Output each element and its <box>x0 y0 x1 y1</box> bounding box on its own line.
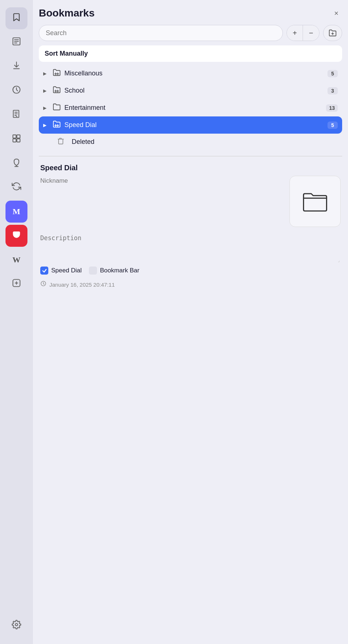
item-name-deleted: Deleted <box>72 138 338 146</box>
capture-icon <box>12 157 21 169</box>
svg-rect-9 <box>17 135 20 138</box>
header: Bookmarks × <box>39 7 342 19</box>
chevron-right-icon: ▶ <box>43 123 49 128</box>
folder-grid-icon <box>53 68 61 78</box>
toolbar: + − <box>39 25 342 41</box>
sidebar-item-history[interactable] <box>5 80 27 102</box>
description-field[interactable] <box>40 233 341 262</box>
sidebar-item-sync[interactable] <box>5 176 27 198</box>
bookmark-item-entertainment[interactable]: ▶ Entertainment 13 <box>39 99 342 116</box>
resize-handle: ⌟ <box>338 258 340 263</box>
detail-fields <box>40 176 284 186</box>
nickname-field[interactable] <box>40 176 284 186</box>
settings-button[interactable] <box>5 615 27 637</box>
svg-rect-10 <box>13 139 16 142</box>
sidebar-item-download[interactable] <box>5 56 27 78</box>
clock-icon <box>40 280 46 289</box>
wikipedia-icon: W <box>12 255 20 265</box>
trash-icon <box>57 137 64 146</box>
folder-grid-icon <box>53 86 61 96</box>
item-name-entertainment: Entertainment <box>64 104 322 112</box>
bookmark-bar-checkbox[interactable] <box>89 267 97 275</box>
settings-icon <box>12 620 21 632</box>
divider <box>39 156 342 156</box>
bookmark-item-speed-dial[interactable]: ▶ Speed Dial 5 <box>39 116 342 134</box>
item-count-entertainment: 13 <box>326 104 338 112</box>
item-count-speed-dial: 5 <box>328 122 338 129</box>
sidebar-item-mastodon[interactable]: M <box>5 201 27 223</box>
description-wrapper: ⌟ <box>40 233 341 264</box>
bookmark-item-school[interactable]: ▶ School 3 <box>39 82 342 99</box>
bookmark-bar-checkbox-label: Bookmark Bar <box>100 267 139 274</box>
folder-button[interactable] <box>323 25 342 41</box>
chevron-right-icon: ▶ <box>43 71 49 76</box>
svg-rect-11 <box>17 139 20 142</box>
sort-bar[interactable]: Sort Manually <box>39 45 342 62</box>
item-name-school: School <box>64 87 324 94</box>
pocket-icon <box>12 231 20 241</box>
item-count-school: 3 <box>328 87 338 94</box>
search-input[interactable] <box>39 25 283 41</box>
checkmark-icon <box>42 268 47 273</box>
sidebar-item-wikipedia[interactable]: W <box>5 249 27 271</box>
item-name-speed-dial: Speed Dial <box>64 121 324 129</box>
download-icon <box>12 61 21 72</box>
speed-dial-checkbox[interactable] <box>40 267 48 275</box>
folder-speed-dial-icon <box>53 120 61 130</box>
sidebar-item-capture[interactable] <box>5 152 27 174</box>
open-folder-icon <box>329 29 337 37</box>
date-row: January 16, 2025 20:47:11 <box>40 280 341 289</box>
item-name-miscellanous: Miscellanous <box>64 70 324 77</box>
chevron-right-icon: ▶ <box>43 88 49 93</box>
remove-button[interactable]: − <box>303 25 319 41</box>
bookmark-item-deleted[interactable]: Deleted <box>39 134 342 150</box>
folder-preview <box>289 176 341 227</box>
item-count-miscellanous: 5 <box>328 70 338 77</box>
detail-row <box>40 176 341 227</box>
bookmark-bar-checkbox-item[interactable]: Bookmark Bar <box>89 267 139 275</box>
add-icon <box>12 278 21 290</box>
svg-rect-8 <box>13 135 16 138</box>
sort-label: Sort Manually <box>45 50 88 57</box>
speed-dial-checkbox-item[interactable]: Speed Dial <box>40 267 82 275</box>
sidebar-item-notes[interactable] <box>5 104 27 126</box>
detail-title: Speed Dial <box>40 164 341 172</box>
folder-icon <box>53 103 61 113</box>
history-icon <box>12 85 21 97</box>
notes-icon <box>12 109 21 121</box>
sidebar-item-bookmarks[interactable] <box>5 7 27 29</box>
date-label: January 16, 2025 20:47:11 <box>49 282 115 288</box>
mastodon-icon: M <box>13 207 20 216</box>
add-button[interactable]: + <box>287 25 303 41</box>
svg-point-17 <box>15 623 18 626</box>
translate-icon <box>12 133 21 145</box>
chevron-right-icon: ▶ <box>43 105 49 111</box>
main-panel: Bookmarks × + − Sort Manually ▶ <box>33 0 348 644</box>
sidebar-item-add[interactable] <box>5 273 27 295</box>
checkboxes-row: Speed Dial Bookmark Bar <box>40 267 341 275</box>
sidebar-item-reader[interactable] <box>5 31 27 53</box>
close-button[interactable]: × <box>330 7 342 19</box>
bookmark-item-miscellanous[interactable]: ▶ Miscellanous 5 <box>39 65 342 82</box>
folder-large-icon <box>302 190 328 212</box>
sidebar-item-translate[interactable] <box>5 128 27 150</box>
sidebar-item-pocket[interactable] <box>5 225 27 247</box>
speed-dial-checkbox-label: Speed Dial <box>51 267 82 274</box>
page-title: Bookmarks <box>39 7 95 19</box>
sync-icon <box>12 182 21 193</box>
add-remove-group: + − <box>287 25 319 41</box>
detail-panel: Speed Dial ⌟ <box>39 162 342 290</box>
sidebar: M W <box>0 0 33 644</box>
bookmark-icon <box>12 12 21 24</box>
bookmark-list: ▶ Miscellanous 5 ▶ School 3 <box>39 65 342 150</box>
reader-icon <box>12 37 21 48</box>
